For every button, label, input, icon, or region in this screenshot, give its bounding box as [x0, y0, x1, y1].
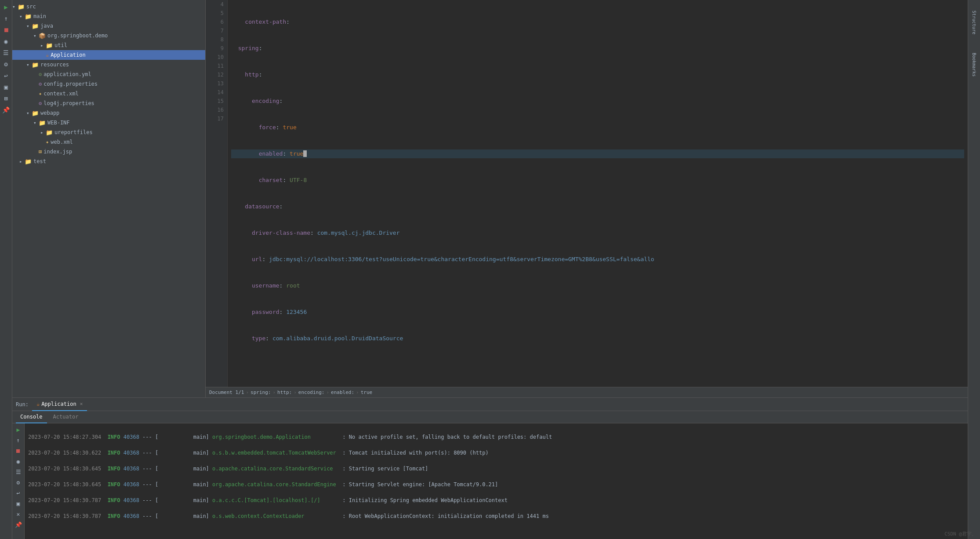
camera-tool-button[interactable]: ◉: [14, 457, 23, 466]
tree-item-java[interactable]: ▾ 📁 java: [12, 21, 205, 31]
code-line-15: password: 123456: [231, 308, 964, 317]
code-line-10: charset: UTF-8: [231, 176, 964, 185]
tree-item-webapp[interactable]: ▾ 📁 webapp: [12, 108, 205, 118]
breadcrumb-enabled: enabled:: [331, 390, 354, 395]
tree-item-index-jsp[interactable]: ▸ ⊞ index.jsp: [12, 147, 205, 157]
run-tool-button[interactable]: ▶: [14, 425, 23, 434]
line-num-10: 10: [209, 53, 224, 62]
bottom-inner: ▶ ↑ ⏹ ◉ ☰ ⚙ ↩ ▣ ✕ 📌 2023-07-20 15:48:27.…: [12, 423, 968, 539]
left-sidebar: ▶ ↑ ⏹ ◉ ☰ ⚙ ↩ ▣ ⊞ 📌: [0, 0, 12, 539]
tree-item-package[interactable]: ▾ 📦 org.springboot.demo: [12, 31, 205, 40]
code-line-14: username: root: [231, 281, 964, 290]
tree-item-ureportfiles[interactable]: ▸ 📁 ureportfiles: [12, 127, 205, 137]
tree-item-util[interactable]: ▸ 📁 util: [12, 40, 205, 50]
line-num-16: 16: [209, 106, 224, 114]
tree-item-context-xml[interactable]: ▸ ✦ context.xml: [12, 89, 205, 98]
code-content[interactable]: context-path: spring: http: encoding: fo…: [228, 0, 968, 387]
line-num-13: 13: [209, 79, 224, 88]
close-tool-button[interactable]: ✕: [14, 510, 23, 518]
back-tool-button[interactable]: ↩: [14, 488, 23, 497]
layout-tool-button[interactable]: ▣: [14, 499, 23, 508]
list-button[interactable]: ☰: [1, 47, 11, 58]
line-num-17: 17: [209, 114, 224, 123]
run-tab-close[interactable]: ✕: [80, 401, 83, 407]
refresh-button[interactable]: ↩: [1, 70, 11, 81]
tree-item-main[interactable]: ▾ 📁 main: [12, 11, 205, 21]
tree-item-web-xml[interactable]: ▸ ✦ web.xml: [12, 137, 205, 147]
plugin-button[interactable]: ⊞: [1, 93, 11, 104]
editor-area: 4 5 6 7 8 9 10 11 12 13 14 15 16 17: [206, 0, 968, 397]
line-num-12: 12: [209, 70, 224, 79]
tree-item-web-inf[interactable]: ▾ 📁 WEB-INF: [12, 118, 205, 127]
breadcrumb-bar: Document 1/1 › spring: › http: › encodin…: [206, 387, 968, 397]
log-line-4: 2023-07-20 15:48:30.645 INFO 40368 --- […: [28, 481, 964, 488]
code-line-6: http:: [231, 70, 964, 79]
code-line-17: [231, 361, 964, 369]
line-num-5: 5: [209, 9, 224, 18]
log-tool-button[interactable]: ☰: [14, 467, 23, 476]
stop-button[interactable]: ⏹: [1, 25, 11, 35]
run-label: Run:: [16, 401, 29, 408]
console-tab[interactable]: Console: [16, 411, 47, 423]
run-tab-label: Application: [41, 401, 76, 407]
log-line-3: 2023-07-20 15:48:30.645 INFO 40368 --- […: [28, 465, 964, 473]
watermark: CSDN @君宇。: [944, 531, 976, 537]
code-line-8: force: true: [231, 123, 964, 132]
pin-button[interactable]: 📌: [1, 105, 11, 115]
code-line-12: driver-class-name: com.mysql.cj.jdbc.Dri…: [231, 229, 964, 237]
tree-item-log4j[interactable]: ▸ ⚙ log4j.properties: [12, 98, 205, 108]
code-line-11: datasource:: [231, 202, 964, 211]
breadcrumb-doc: Document 1/1: [209, 390, 244, 395]
tree-item-test[interactable]: ▸ 📁 test: [12, 157, 205, 166]
run-button[interactable]: ▶: [1, 2, 11, 12]
tree-item-resources[interactable]: ▾ 📁 resources: [12, 60, 205, 69]
bookmarks-button[interactable]: Bookmarks: [971, 44, 977, 85]
breadcrumb-http: http:: [277, 390, 292, 395]
editor-content: 4 5 6 7 8 9 10 11 12 13 14 15 16 17: [206, 0, 968, 397]
settings-tool-button[interactable]: ⚙: [14, 478, 23, 487]
structure-button[interactable]: Structure: [971, 2, 977, 43]
code-line-7: encoding:: [231, 97, 964, 106]
console-tabs: Console Actuator: [12, 411, 968, 423]
code-area[interactable]: 4 5 6 7 8 9 10 11 12 13 14 15 16 17: [206, 0, 968, 387]
line-num-14: 14: [209, 88, 224, 97]
line-num-15: 15: [209, 97, 224, 106]
breadcrumb-encoding: encoding:: [298, 390, 325, 395]
settings-button[interactable]: ⚙: [1, 59, 11, 69]
line-num-11: 11: [209, 62, 224, 70]
stop-tool-button[interactable]: ⏹: [14, 446, 23, 455]
code-line-4: context-path:: [231, 18, 964, 26]
line-num-6: 6: [209, 18, 224, 26]
file-tree: ▾ 📁 src ▾ 📁 main ▾ 📁 java ▾: [12, 0, 206, 397]
breadcrumb-spring: spring:: [250, 390, 271, 395]
main-container: ▾ 📁 src ▾ 📁 main ▾ 📁 java ▾: [12, 0, 968, 539]
line-numbers: 4 5 6 7 8 9 10 11 12 13 14 15 16 17: [206, 0, 228, 387]
layout-button[interactable]: ▣: [1, 82, 11, 92]
console-output[interactable]: 2023-07-20 15:48:27.304 INFO 40368 --- […: [25, 423, 968, 539]
up-tool-button[interactable]: ↑: [14, 436, 23, 444]
line-num-8: 8: [209, 35, 224, 44]
code-line-9: enabled: true: [231, 149, 964, 158]
line-num-9: 9: [209, 44, 224, 53]
run-application-tab[interactable]: ☕ Application ✕: [32, 398, 87, 411]
console-toolbar: ▶ ↑ ⏹ ◉ ☰ ⚙ ↩ ▣ ✕ 📌: [12, 423, 25, 539]
tree-item-config-properties[interactable]: ▸ ⚙ config.properties: [12, 79, 205, 89]
code-line-13: url: jdbc:mysql://localhost:3306/test?us…: [231, 255, 964, 264]
log-line-6: 2023-07-20 15:48:30.787 INFO 40368 --- […: [28, 512, 964, 520]
up-button[interactable]: ↑: [1, 13, 11, 24]
tree-item-application[interactable]: ▸ ☕ Application: [12, 50, 205, 60]
snapshot-button[interactable]: ◉: [1, 36, 11, 47]
right-sidebar: Structure Bookmarks: [968, 0, 980, 539]
code-line-16: type: com.alibaba.druid.pool.DruidDataSo…: [231, 334, 964, 343]
tree-item-src[interactable]: ▾ 📁 src: [12, 2, 205, 11]
log-line-2: 2023-07-20 15:48:30.622 INFO 40368 --- […: [28, 449, 964, 457]
run-tab-bar: Run: ☕ Application ✕: [12, 398, 968, 411]
actuator-tab[interactable]: Actuator: [49, 411, 83, 423]
log-line-blank1: [28, 528, 964, 536]
log-line-1: 2023-07-20 15:48:27.304 INFO 40368 --- […: [28, 433, 964, 441]
log-line-5: 2023-07-20 15:48:30.787 INFO 40368 --- […: [28, 496, 964, 504]
top-pane: ▾ 📁 src ▾ 📁 main ▾ 📁 java ▾: [12, 0, 968, 398]
line-num-4: 4: [209, 0, 224, 9]
pin-tool-button[interactable]: 📌: [14, 520, 23, 529]
tree-item-application-yml[interactable]: ▸ ⚙ application.yml: [12, 69, 205, 79]
